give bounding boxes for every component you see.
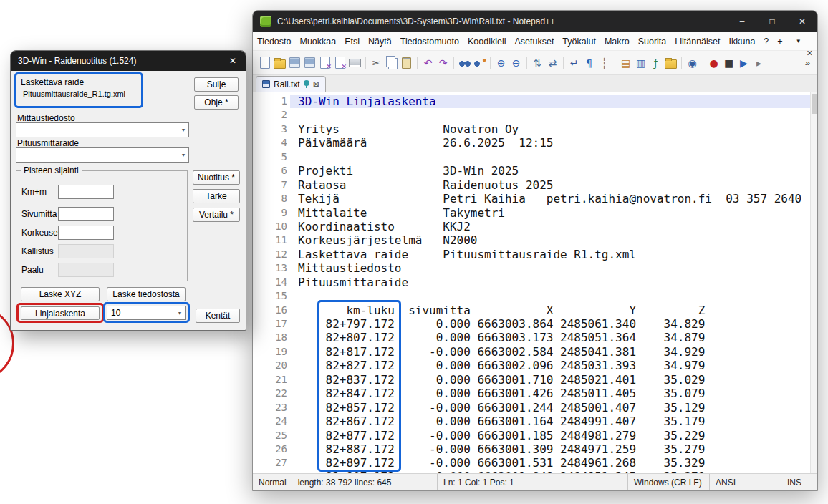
titlebar[interactable]: C:\Users\petri.kaihia\Documents\3D-Syste… bbox=[253, 11, 817, 32]
maximize-button[interactable]: □ bbox=[757, 11, 787, 32]
function-list-icon[interactable]: ƒ bbox=[649, 56, 663, 69]
dialog-titlebar[interactable]: 3D-Win - Raidenuotitus (1.524) ✕ bbox=[11, 51, 246, 71]
dialog-close-icon[interactable]: ✕ bbox=[220, 51, 246, 71]
code-line[interactable]: Laskettava raide Pituusmittausraide_R1.t… bbox=[298, 248, 809, 261]
code-line[interactable]: 82+867.172 0.000 6663001.164 2484991.407… bbox=[298, 415, 809, 428]
menu-item-plus[interactable]: + bbox=[773, 32, 786, 51]
code-line[interactable]: Päivämäärä 26.6.2025 12:15 bbox=[298, 136, 809, 150]
code-line[interactable]: 82+877.172 -0.000 6663001.185 2484981.27… bbox=[298, 429, 809, 442]
new-file-icon[interactable] bbox=[258, 56, 271, 69]
code-line[interactable]: Koordinaatisto KKJ2 bbox=[298, 220, 809, 233]
vertailu-button[interactable]: Vertailu * bbox=[193, 208, 240, 222]
zoom-out-icon[interactable]: ⊖ bbox=[509, 56, 523, 69]
stop-macro-icon[interactable]: ■ bbox=[722, 56, 736, 69]
undo-icon[interactable]: ↶ bbox=[421, 56, 435, 69]
code-line[interactable]: 82+887.172 -0.000 6663001.309 2484971.25… bbox=[298, 442, 809, 456]
copy-icon[interactable] bbox=[385, 56, 398, 69]
word-wrap-icon[interactable]: ↵ bbox=[567, 56, 581, 69]
scrollbar-thumb[interactable] bbox=[812, 94, 817, 114]
status-insert-mode[interactable]: INS bbox=[781, 474, 817, 490]
save-icon[interactable] bbox=[288, 56, 302, 69]
code-line[interactable] bbox=[298, 289, 809, 303]
menu-item-ikkuna[interactable]: Ikkuna bbox=[725, 32, 760, 51]
code-line[interactable]: 82+827.172 0.000 6663002.096 2485031.393… bbox=[298, 359, 809, 372]
menu-item-liitannaiset[interactable]: Liitännäiset bbox=[670, 32, 724, 51]
menu-item-koodikieli[interactable]: Koodikieli bbox=[463, 32, 511, 51]
close-doc-icon[interactable] bbox=[318, 56, 332, 69]
minimize-button[interactable]: – bbox=[727, 11, 757, 32]
monitoring-icon[interactable]: ◉ bbox=[685, 56, 699, 69]
record-macro-icon[interactable]: ● bbox=[707, 56, 721, 69]
laske-tiedostosta-button[interactable]: Laske tiedostosta bbox=[107, 287, 186, 301]
cut-icon[interactable]: ✂ bbox=[370, 56, 383, 69]
code-line[interactable]: Rataosa Raidenuotus 2025 bbox=[298, 178, 809, 192]
km-m-input[interactable] bbox=[58, 185, 114, 199]
laske-xyz-button[interactable]: Laske XYZ bbox=[21, 287, 100, 301]
vertical-scrollbar[interactable] bbox=[810, 92, 817, 473]
code-line[interactable]: 3D-Win Linjalaskenta bbox=[298, 94, 809, 108]
code-area[interactable]: 3D-Win LinjalaskentaYritys Novatron OyPä… bbox=[298, 94, 809, 473]
open-file-icon[interactable] bbox=[273, 56, 287, 69]
close-button[interactable]: ✕ bbox=[787, 11, 817, 32]
linjalaskenta-button[interactable]: Linjalaskenta bbox=[21, 306, 100, 320]
code-line[interactable]: 82+837.172 0.000 6663001.710 2485021.401… bbox=[298, 373, 809, 387]
menu-item-help[interactable]: ? bbox=[759, 32, 773, 51]
code-line[interactable]: Yritys Novatron Oy bbox=[298, 122, 809, 136]
pituusmittaraide-combobox[interactable]: ▾ bbox=[16, 147, 189, 163]
status-eol[interactable]: Windows (CR LF) bbox=[628, 474, 710, 490]
interval-combobox[interactable]: 10 ▾ bbox=[107, 306, 186, 320]
code-line[interactable]: 82+807.172 0.000 6663003.173 2485051.364… bbox=[298, 331, 809, 344]
tab-close-icon[interactable]: ⊠ bbox=[313, 79, 319, 89]
code-line[interactable]: Pituusmittaraide bbox=[298, 276, 809, 289]
play-macro-icon[interactable]: ▶ bbox=[737, 56, 751, 69]
run-multiple-icon[interactable]: ▸ bbox=[752, 56, 766, 69]
nuotitus-button[interactable]: Nuotitus * bbox=[193, 170, 240, 185]
print-icon[interactable] bbox=[348, 56, 362, 69]
sulje-button[interactable]: Sulje bbox=[194, 77, 239, 92]
menu-item-asetukset[interactable]: Asetukset bbox=[510, 32, 558, 51]
sync-vertical-icon[interactable]: ⇅ bbox=[531, 56, 544, 69]
menu-item-tiedostomuoto[interactable]: Tiedostomuoto bbox=[396, 32, 463, 51]
menu-item-nayta[interactable]: Näytä bbox=[364, 32, 396, 51]
code-line[interactable]: 82+797.172 0.000 6663003.864 2485061.340… bbox=[298, 317, 809, 331]
panel-close-icon[interactable]: ✕ bbox=[807, 49, 813, 58]
pin-icon[interactable] bbox=[304, 80, 309, 86]
sivumitta-input[interactable] bbox=[58, 207, 114, 221]
code-line[interactable]: km-luku sivumitta X Y Z bbox=[298, 304, 809, 317]
menu-item-tiedosto[interactable]: Tiedosto bbox=[253, 32, 295, 51]
mittaustiedosto-combobox[interactable]: ▾ bbox=[16, 122, 189, 137]
code-line[interactable] bbox=[298, 108, 809, 122]
status-encoding[interactable]: ANSI bbox=[710, 474, 781, 490]
code-line[interactable]: Mittaustiedosto bbox=[298, 261, 809, 275]
close-all-docs-icon[interactable] bbox=[333, 56, 347, 69]
code-line[interactable]: 82+847.172 0.000 6663001.426 2485011.405… bbox=[298, 387, 809, 400]
code-line[interactable] bbox=[298, 150, 809, 164]
menu-overflow-icon[interactable]: ▼ bbox=[793, 38, 804, 44]
replace-icon[interactable] bbox=[473, 56, 486, 69]
toolbar-overflow-icon[interactable]: » bbox=[802, 57, 813, 68]
redo-icon[interactable]: ↷ bbox=[436, 56, 450, 69]
code-line[interactable]: Mittalaite Takymetri bbox=[298, 206, 809, 220]
save-all-icon[interactable] bbox=[303, 56, 317, 69]
menu-item-tyokalut[interactable]: Työkalut bbox=[558, 32, 600, 51]
code-line[interactable]: Korkeusjärjestelmä N2000 bbox=[298, 233, 809, 247]
tarke-button[interactable]: Tarke bbox=[193, 189, 240, 203]
tab-rail-txt[interactable]: Rail.txt ⊠ bbox=[256, 76, 326, 92]
code-line[interactable]: 82+817.172 -0.000 6663002.584 2485041.38… bbox=[298, 345, 809, 359]
ohje-button[interactable]: Ohje * bbox=[194, 95, 239, 110]
kentat-button[interactable]: Kentät bbox=[196, 309, 240, 323]
menu-item-makro[interactable]: Makro bbox=[600, 32, 634, 51]
doc-list-icon[interactable]: ▥ bbox=[634, 56, 648, 69]
code-line[interactable]: Tekijä Petri Kaihia petri.kaihia@novatro… bbox=[298, 192, 809, 205]
indent-guide-icon[interactable]: ┆ bbox=[597, 56, 611, 69]
find-icon[interactable] bbox=[458, 56, 471, 69]
folder-workspace-icon[interactable] bbox=[664, 56, 678, 69]
sync-horizontal-icon[interactable]: ⇄ bbox=[546, 56, 559, 69]
show-all-chars-icon[interactable]: ¶ bbox=[582, 56, 596, 69]
korkeusero-input[interactable] bbox=[58, 226, 114, 240]
code-line[interactable]: 82+897.172 -0.000 6663001.531 2484961.26… bbox=[298, 456, 809, 470]
code-line[interactable]: 82+857.172 -0.000 6663001.244 2485001.40… bbox=[298, 401, 809, 415]
editor[interactable]: 1234567891011121314151617181920212223242… bbox=[253, 92, 817, 473]
paste-icon[interactable] bbox=[400, 56, 413, 69]
zoom-in-icon[interactable]: ⊕ bbox=[494, 56, 508, 69]
